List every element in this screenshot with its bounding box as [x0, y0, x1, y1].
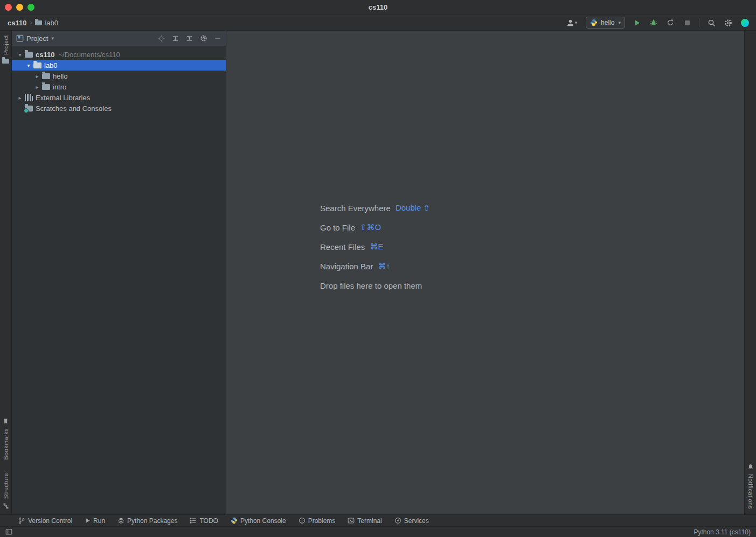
search-everywhere-icon[interactable]: [706, 18, 716, 27]
hint-go-to-file: Go to File ⇧⌘O: [320, 218, 430, 237]
main-toolbar: cs110 › lab0 ▾ hello ▾: [0, 15, 756, 31]
stop-button[interactable]: [682, 18, 692, 27]
tool-window-layout-icon[interactable]: [5, 528, 12, 535]
right-tool-stripe: Notifications: [744, 31, 756, 514]
run-configuration-select[interactable]: hello ▾: [586, 17, 625, 29]
locate-file-icon[interactable]: [157, 34, 165, 43]
python-icon: [590, 19, 598, 26]
breadcrumb-current-label: lab0: [45, 19, 58, 27]
tool-button-label: Run: [93, 517, 105, 525]
settings-gear-icon[interactable]: [723, 18, 733, 27]
folder-icon: [35, 20, 42, 25]
tool-button-version-control[interactable]: Version Control: [18, 517, 72, 525]
chevron-down-icon[interactable]: ▾: [25, 62, 32, 68]
hint-shortcut: ⌘↑: [378, 261, 390, 271]
tool-button-run[interactable]: Run: [85, 517, 105, 525]
tool-stripe-bookmarks-label[interactable]: Bookmarks: [3, 428, 9, 460]
project-panel-header: Project ▾: [12, 31, 226, 46]
hint-label: Search Everywhere: [320, 204, 391, 213]
main-area: Project Bookmarks Structure Project ▾: [0, 31, 756, 514]
chevron-right-icon[interactable]: ▸: [33, 73, 41, 79]
run-button[interactable]: [632, 18, 642, 27]
tool-stripe-project[interactable]: Project: [2, 35, 9, 64]
breadcrumb: cs110 › lab0: [8, 19, 58, 27]
breadcrumb-current[interactable]: lab0: [35, 19, 58, 27]
minimize-window-button[interactable]: [16, 4, 23, 11]
tool-button-terminal[interactable]: Terminal: [348, 517, 382, 525]
hide-panel-icon[interactable]: [213, 34, 221, 43]
hint-drop-files: Drop files here to open them: [320, 276, 430, 295]
hint-recent-files: Recent Files ⌘E: [320, 237, 430, 256]
hint-label: Go to File: [320, 223, 355, 232]
tool-button-todo[interactable]: TODO: [190, 517, 218, 525]
libraries-icon: [25, 94, 33, 101]
panel-settings-gear-icon[interactable]: [199, 34, 207, 43]
tool-button-label: Services: [404, 517, 429, 525]
folder-icon: [42, 84, 50, 90]
project-view-icon: [16, 34, 24, 42]
toolbar-right-actions: ▾ hello ▾: [565, 17, 750, 29]
project-tree: ▾ cs110 ~/Documents/cs110 ▾ lab0 ▸ hello…: [12, 46, 226, 114]
chevron-down-icon: ▾: [575, 20, 578, 25]
tree-item-external-libraries[interactable]: ▸ External Libraries: [12, 92, 226, 103]
folder-icon: [42, 73, 50, 79]
ide-window: cs110 cs110 › lab0 ▾ hello ▾: [0, 0, 756, 537]
traffic-lights: [5, 4, 34, 11]
tree-item-hello[interactable]: ▸ hello: [12, 71, 226, 81]
project-tool-icon[interactable]: [2, 59, 9, 64]
tool-stripe-project-label[interactable]: Project: [3, 35, 9, 55]
user-account-icon[interactable]: ▾: [565, 18, 579, 27]
services-icon: [394, 517, 401, 524]
todo-list-icon: [190, 517, 197, 524]
tree-item-intro[interactable]: ▸ intro: [12, 81, 226, 92]
collapse-all-icon[interactable]: [185, 34, 193, 43]
tree-item-cs110[interactable]: ▾ cs110 ~/Documents/cs110: [12, 49, 226, 60]
run-configuration-name: hello: [601, 19, 614, 26]
tree-item-label: lab0: [44, 61, 58, 69]
hint-shortcut: Double ⇧: [396, 203, 430, 213]
hint-label: Drop files here to open them: [320, 281, 422, 290]
tree-item-label: cs110: [36, 51, 54, 59]
editor-area: Search Everywhere Double ⇧ Go to File ⇧⌘…: [226, 31, 744, 514]
tool-stripe-notifications-label[interactable]: Notifications: [747, 474, 754, 509]
tool-button-services[interactable]: Services: [394, 517, 429, 525]
hint-shortcut: ⇧⌘O: [360, 222, 381, 232]
project-tool-window: Project ▾: [12, 31, 226, 514]
tool-stripe-bookmarks[interactable]: Bookmarks: [3, 418, 9, 460]
window-title: cs110: [0, 3, 756, 11]
tool-button-python-packages[interactable]: Python Packages: [117, 517, 177, 525]
tool-button-label: Python Console: [240, 517, 286, 525]
title-bar: cs110: [0, 0, 756, 15]
breadcrumb-root[interactable]: cs110: [8, 19, 26, 27]
tool-stripe-structure-label[interactable]: Structure: [3, 473, 9, 499]
project-panel-title[interactable]: Project ▾: [16, 34, 54, 43]
left-tool-stripe: Project Bookmarks Structure: [0, 31, 12, 514]
tree-item-label: Scratches and Consoles: [36, 104, 112, 113]
tool-button-python-console[interactable]: Python Console: [231, 517, 286, 525]
close-window-button[interactable]: [5, 4, 12, 11]
tree-item-scratches[interactable]: Scratches and Consoles: [12, 103, 226, 114]
tool-button-problems[interactable]: Problems: [299, 517, 336, 525]
tool-button-label: Problems: [308, 517, 336, 525]
run-with-coverage-icon[interactable]: [665, 18, 675, 27]
chevron-right-icon[interactable]: ▸: [16, 95, 24, 101]
expand-all-icon[interactable]: [171, 34, 179, 43]
debug-button[interactable]: [649, 18, 658, 27]
hint-shortcut: ⌘E: [370, 242, 383, 252]
tool-button-label: TODO: [199, 517, 218, 525]
python-interpreter-widget[interactable]: Python 3.11 (cs110): [693, 528, 751, 536]
tool-button-label: Version Control: [28, 517, 72, 525]
pycharm-logo-icon[interactable]: [740, 18, 750, 27]
run-icon: [85, 518, 91, 524]
structure-icon: [3, 503, 9, 509]
zoom-window-button[interactable]: [27, 4, 34, 11]
chevron-down-icon[interactable]: ▾: [16, 52, 24, 58]
hint-label: Recent Files: [320, 242, 365, 252]
chevron-right-icon[interactable]: ▸: [33, 84, 41, 90]
chevron-down-icon: ▾: [51, 36, 54, 41]
tree-item-lab0[interactable]: ▾ lab0: [12, 60, 226, 71]
tree-item-label: hello: [53, 72, 67, 80]
tool-stripe-structure[interactable]: Structure: [3, 473, 9, 509]
tree-item-path: ~/Documents/cs110: [58, 51, 120, 59]
tool-stripe-notifications[interactable]: Notifications: [747, 464, 754, 509]
